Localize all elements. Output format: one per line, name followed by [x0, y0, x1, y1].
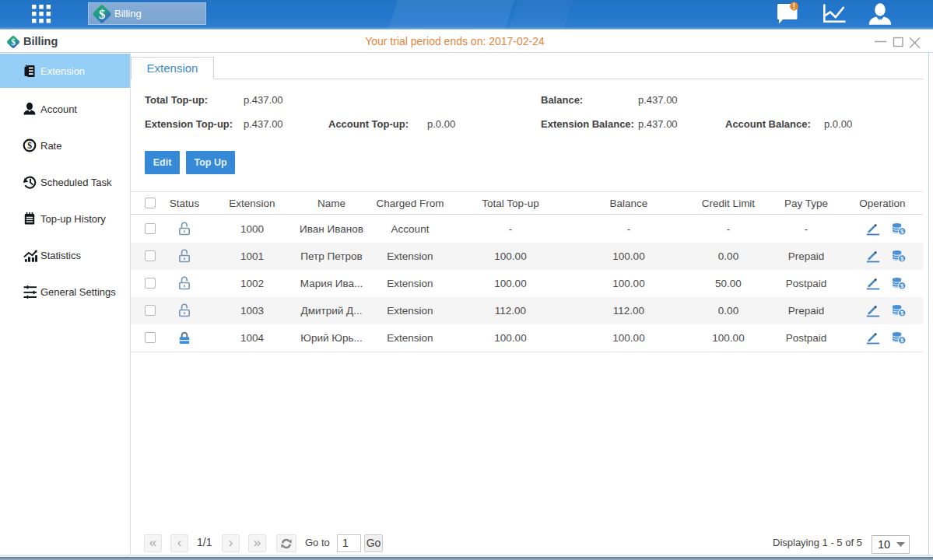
svg-text:$: $ [900, 337, 904, 344]
svg-text:$: $ [900, 228, 904, 235]
svg-text:$: $ [900, 310, 904, 317]
svg-text:$: $ [900, 255, 904, 262]
svg-text:$: $ [900, 282, 904, 289]
svg-text:$: $ [99, 7, 105, 22]
svg-text:!: ! [793, 2, 795, 11]
svg-text:$: $ [27, 141, 32, 150]
